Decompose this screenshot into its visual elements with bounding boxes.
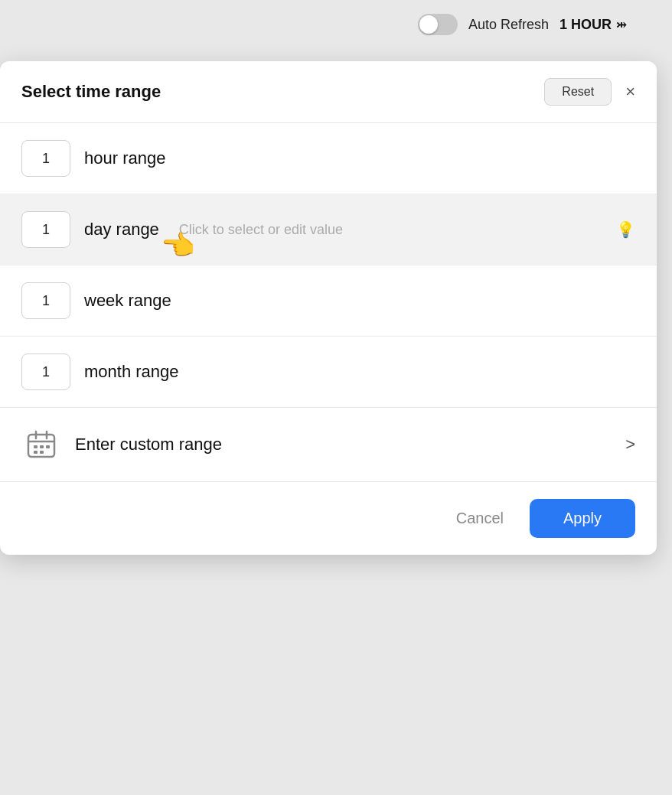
- week-input[interactable]: 1: [21, 282, 70, 319]
- svg-rect-6: [46, 445, 50, 448]
- svg-rect-4: [34, 445, 38, 448]
- month-range-label: month range: [84, 362, 179, 382]
- auto-refresh-toggle[interactable]: [418, 14, 458, 35]
- lightbulb-icon: 💡: [616, 220, 635, 239]
- svg-rect-7: [34, 451, 38, 454]
- week-range-label: week range: [84, 291, 171, 311]
- svg-rect-5: [40, 445, 44, 448]
- day-input[interactable]: 1: [21, 211, 70, 248]
- hour-input[interactable]: 1: [21, 140, 70, 177]
- toggle-switch[interactable]: [418, 14, 458, 35]
- hour-value: 1 HOUR: [559, 17, 612, 33]
- top-bar: Auto Refresh 1 HOUR ⤔: [0, 0, 672, 49]
- click-hint-text: Click to select or edit value: [179, 222, 343, 238]
- svg-rect-8: [40, 451, 44, 454]
- close-button[interactable]: ×: [622, 80, 638, 103]
- chevron-down-icon: ⤔: [616, 18, 626, 32]
- hour-range-row[interactable]: 1 hour range: [0, 123, 657, 194]
- custom-range-label: Enter custom range: [75, 435, 222, 455]
- hour-range-label: hour range: [84, 148, 165, 168]
- modal-body: 1 hour range 1 day range Click to select…: [0, 123, 657, 481]
- modal-header-actions: Reset ×: [544, 78, 638, 106]
- custom-range-row[interactable]: Enter custom range >: [0, 407, 657, 481]
- modal-header: Select time range Reset ×: [0, 61, 657, 123]
- chevron-right-icon: >: [625, 435, 635, 455]
- auto-refresh-label: Auto Refresh: [468, 17, 549, 33]
- modal-title: Select time range: [21, 82, 161, 102]
- day-range-row[interactable]: 1 day range Click to select or edit valu…: [0, 194, 657, 266]
- reset-button[interactable]: Reset: [544, 78, 612, 106]
- apply-button[interactable]: Apply: [530, 499, 635, 538]
- cancel-button[interactable]: Cancel: [444, 502, 516, 535]
- time-range-modal: Select time range Reset × 1 hour range 1…: [0, 61, 657, 555]
- month-range-row[interactable]: 1 month range: [0, 337, 657, 407]
- modal-footer: Cancel Apply: [0, 481, 657, 555]
- day-range-label: day range: [84, 220, 159, 239]
- week-range-row[interactable]: 1 week range: [0, 266, 657, 337]
- hour-display[interactable]: 1 HOUR ⤔: [559, 17, 626, 33]
- calendar-icon: [21, 425, 61, 464]
- toggle-knob: [419, 15, 438, 34]
- month-input[interactable]: 1: [21, 354, 70, 390]
